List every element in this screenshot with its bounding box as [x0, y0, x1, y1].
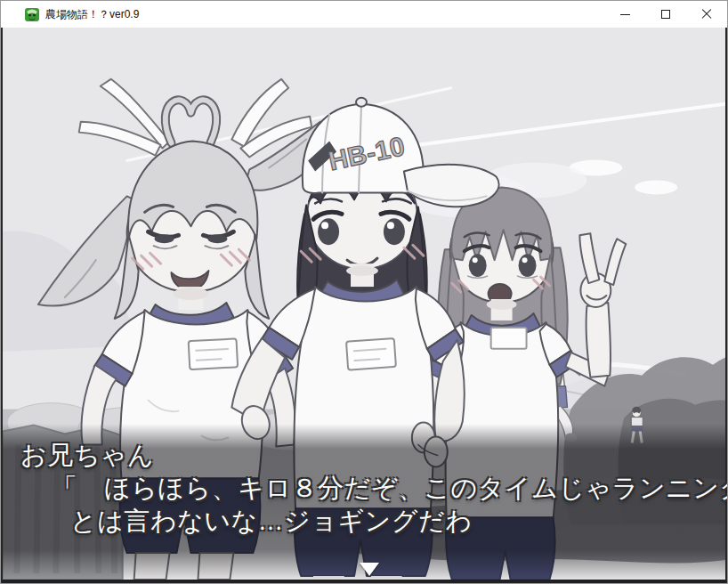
app-icon	[24, 6, 40, 22]
title-bar[interactable]: 農場物語！？ver0.9	[1, 1, 727, 28]
window-title: 農場物語！？ver0.9	[45, 1, 139, 28]
maximize-icon	[661, 10, 670, 19]
continue-indicator	[360, 563, 379, 576]
window-controls	[604, 1, 727, 28]
maximize-button[interactable]	[645, 1, 686, 28]
dialogue-line: とは言わないな…ジョギングだわ	[3, 505, 725, 538]
close-icon	[701, 9, 712, 20]
dialogue-speaker: お兄ちゃん	[3, 439, 725, 472]
dialogue-line: 「 ほらほら、キロ８分だぞ、このタイムじゃランニング	[3, 472, 725, 505]
game-window: 農場物語！？ver0.9	[0, 0, 728, 584]
minimize-button[interactable]	[604, 1, 645, 28]
dialogue-text: お兄ちゃん 「 ほらほら、キロ８分だぞ、このタイムじゃランニング とは言わないな…	[3, 439, 725, 538]
close-button[interactable]	[686, 1, 727, 28]
game-viewport[interactable]: HB-10	[1, 28, 727, 583]
minimize-icon	[620, 14, 630, 15]
